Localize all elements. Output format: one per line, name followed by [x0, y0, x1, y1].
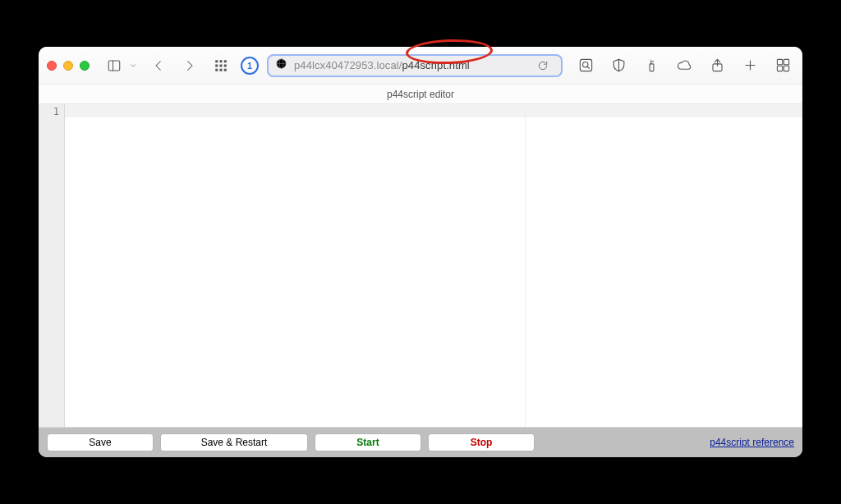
start-button[interactable]: Start	[315, 433, 421, 451]
shield-privacy-icon[interactable]	[607, 54, 630, 77]
tab-overview-icon[interactable]	[771, 54, 794, 77]
minimize-window-button[interactable]	[63, 61, 73, 71]
toolbar-right	[574, 54, 794, 77]
address-bar[interactable]: p44lcx40472953.local/p44script.html	[267, 54, 563, 77]
forward-button[interactable]	[178, 54, 201, 77]
svg-rect-3	[220, 60, 223, 62]
svg-rect-2	[215, 60, 218, 62]
svg-rect-18	[650, 64, 654, 71]
cloud-icon[interactable]	[673, 54, 696, 77]
new-tab-icon[interactable]	[738, 54, 761, 77]
editor-content-wrap	[65, 104, 802, 427]
editor-footer: Save Save & Restart Start Stop p44script…	[39, 428, 802, 457]
save-button[interactable]: Save	[47, 433, 154, 451]
onepassword-icon[interactable]: 1	[241, 57, 259, 75]
editor-gutter: 1	[39, 104, 65, 427]
svg-rect-25	[784, 59, 788, 64]
svg-rect-26	[777, 66, 782, 71]
zoom-window-button[interactable]	[80, 61, 90, 71]
svg-rect-14	[580, 59, 591, 71]
svg-rect-24	[777, 59, 782, 64]
tab-title: p44script editor	[39, 85, 802, 104]
svg-rect-9	[220, 68, 223, 71]
apps-grid-icon[interactable]	[209, 54, 232, 77]
svg-rect-10	[224, 68, 227, 71]
close-window-button[interactable]	[47, 61, 57, 71]
share-icon[interactable]	[705, 54, 728, 77]
sidebar-toggle-icon[interactable]	[103, 54, 126, 77]
svg-rect-4	[224, 60, 227, 62]
tab-title-text: p44script editor	[387, 89, 454, 100]
svg-rect-6	[220, 64, 223, 66]
search-in-page-icon[interactable]	[574, 54, 597, 77]
code-textarea[interactable]	[65, 104, 802, 427]
svg-rect-5	[215, 64, 218, 66]
globe-icon	[275, 57, 287, 73]
reference-link[interactable]: p44script reference	[710, 437, 794, 448]
sidebar-toggle-group	[103, 54, 139, 77]
code-editor: 1	[39, 104, 802, 428]
svg-rect-8	[215, 68, 218, 71]
browser-window: 1 p44lcx40472953.local/p44script.html	[39, 47, 802, 457]
svg-rect-7	[224, 64, 227, 66]
svg-rect-0	[108, 61, 120, 71]
save-restart-button[interactable]: Save & Restart	[160, 433, 308, 451]
reload-icon[interactable]	[531, 54, 554, 77]
chevron-down-icon[interactable]	[127, 54, 139, 77]
spray-bottle-icon[interactable]	[640, 54, 663, 77]
svg-line-16	[587, 66, 589, 68]
onepassword-label: 1	[247, 61, 252, 71]
back-button[interactable]	[147, 54, 170, 77]
svg-rect-27	[784, 66, 788, 71]
browser-toolbar: 1 p44lcx40472953.local/p44script.html	[39, 47, 802, 85]
address-url: p44lcx40472953.local/p44script.html	[294, 59, 525, 71]
stop-button[interactable]: Stop	[428, 433, 535, 451]
window-traffic-lights	[47, 61, 90, 71]
gutter-line-number: 1	[39, 106, 59, 117]
